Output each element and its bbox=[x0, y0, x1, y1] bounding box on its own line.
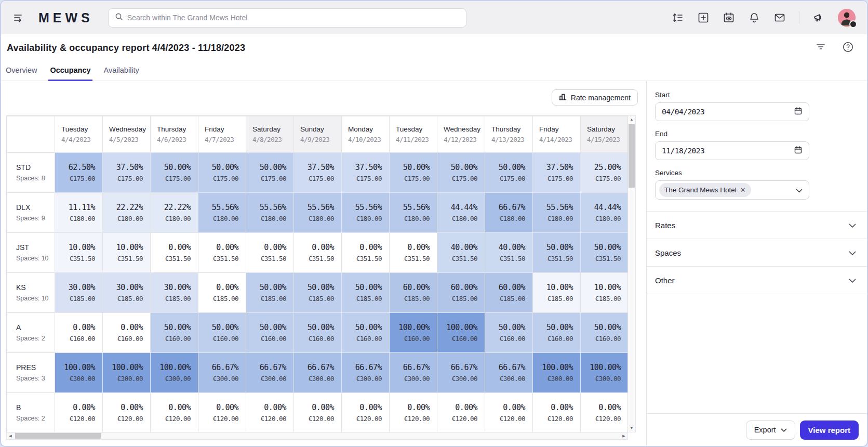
search-input[interactable] bbox=[127, 14, 460, 22]
occupancy-cell: 50.00%€160.00 bbox=[246, 313, 294, 353]
row-header-pres: PRESSpaces: 3 bbox=[7, 353, 55, 393]
occupancy-cell: 66.67%€300.00 bbox=[485, 353, 533, 393]
space-category-code: A bbox=[16, 323, 55, 332]
messages-envelope-icon[interactable] bbox=[773, 11, 786, 24]
rate-management-label: Rate management bbox=[571, 94, 631, 102]
occupancy-cell: 40.00%€351.50 bbox=[437, 233, 485, 273]
rate-price: €351.50 bbox=[246, 255, 286, 262]
filter-accordions: RatesSpacesOther bbox=[647, 211, 867, 294]
rate-management-button[interactable]: Rate management bbox=[552, 89, 638, 106]
global-search[interactable] bbox=[108, 8, 466, 28]
column-date: 4/14/2023 bbox=[539, 136, 580, 143]
horizontal-scroll-thumb[interactable] bbox=[15, 433, 101, 439]
rate-price: €120.00 bbox=[246, 415, 286, 423]
tab-occupancy[interactable]: Occupancy bbox=[49, 66, 91, 81]
view-report-button[interactable]: View report bbox=[800, 420, 859, 440]
horizontal-scrollbar[interactable]: ◀ ▶ bbox=[6, 432, 628, 440]
rate-price: €160.00 bbox=[294, 335, 334, 343]
rate-price: €160.00 bbox=[581, 335, 621, 343]
export-button[interactable]: Export bbox=[746, 420, 795, 440]
column-date: 4/4/2023 bbox=[61, 136, 102, 143]
occupancy-cell: 100.00%€300.00 bbox=[55, 353, 103, 393]
add-icon[interactable] bbox=[697, 11, 710, 24]
tab-overview[interactable]: Overview bbox=[5, 66, 37, 81]
rate-price: €185.00 bbox=[390, 295, 430, 303]
occupancy-cell: 10.00%€185.00 bbox=[533, 273, 581, 313]
start-date-field[interactable] bbox=[655, 102, 809, 121]
scroll-up-arrow[interactable]: ▲ bbox=[628, 116, 635, 123]
end-date-input[interactable] bbox=[662, 147, 794, 155]
vertical-scrollbar[interactable]: ▲ ▼ bbox=[628, 115, 636, 432]
rate-price: €120.00 bbox=[390, 415, 430, 423]
row-height-icon[interactable] bbox=[672, 11, 684, 24]
rate-price: €185.00 bbox=[294, 295, 334, 303]
occupancy-cell: 0.00%€120.00 bbox=[581, 393, 629, 433]
occupancy-cell: 100.00%€160.00 bbox=[390, 313, 437, 353]
occupancy-percent: 100.00% bbox=[55, 363, 95, 372]
scroll-left-arrow[interactable]: ◀ bbox=[7, 432, 14, 439]
rate-price: €180.00 bbox=[533, 215, 573, 222]
occupancy-percent: 55.56% bbox=[294, 203, 334, 212]
occupancy-percent: 0.00% bbox=[246, 403, 286, 412]
rate-price: €175.00 bbox=[390, 175, 430, 182]
scrollbar-corner bbox=[628, 432, 636, 440]
vertical-scroll-thumb[interactable] bbox=[629, 124, 635, 188]
service-chip: The Grand Mews Hotel ✕ bbox=[659, 183, 751, 197]
tab-availability[interactable]: Availability bbox=[103, 66, 140, 81]
occupancy-cell: 55.56%€180.00 bbox=[198, 193, 246, 233]
rate-price: €351.50 bbox=[103, 255, 143, 262]
rate-price: €351.50 bbox=[533, 255, 573, 262]
start-date-input[interactable] bbox=[662, 108, 794, 116]
rate-price: €180.00 bbox=[485, 215, 525, 222]
rate-price: €180.00 bbox=[437, 215, 477, 222]
column-header-4-12-2023: Wednesday4/12/2023 bbox=[437, 116, 485, 153]
rate-price: €185.00 bbox=[533, 295, 573, 303]
occupancy-cell: 0.00%€120.00 bbox=[485, 393, 533, 433]
end-date-field[interactable] bbox=[655, 141, 809, 160]
occupancy-cell: 37.50%€175.00 bbox=[342, 153, 390, 193]
calendar-icon[interactable] bbox=[794, 107, 803, 117]
occupancy-cell: 22.22%€180.00 bbox=[103, 193, 151, 233]
table-row-dlx: DLXSpaces: 911.11%€180.0022.22%€180.0022… bbox=[7, 193, 629, 233]
feedback-megaphone-icon[interactable] bbox=[812, 11, 825, 24]
occupancy-cell: 50.00%€351.50 bbox=[533, 233, 581, 273]
occupancy-percent: 0.00% bbox=[294, 403, 334, 412]
menu-toggle-icon[interactable] bbox=[11, 11, 25, 24]
help-icon[interactable] bbox=[843, 42, 853, 55]
occupancy-cell: 0.00%€185.00 bbox=[198, 273, 246, 313]
occupancy-percent: 0.00% bbox=[198, 243, 238, 252]
occupancy-cell: 0.00%€120.00 bbox=[294, 393, 342, 433]
column-day: Friday bbox=[205, 125, 246, 133]
accordion-spaces[interactable]: Spaces bbox=[647, 239, 867, 267]
occupancy-table: Tuesday4/4/2023Wednesday4/5/2023Thursday… bbox=[7, 116, 628, 432]
occupancy-percent: 0.00% bbox=[485, 403, 525, 412]
notifications-bell-icon[interactable] bbox=[748, 11, 760, 24]
space-category-code: PRES bbox=[16, 363, 55, 372]
space-category-code: KS bbox=[16, 283, 55, 292]
accordion-other[interactable]: Other bbox=[647, 267, 867, 294]
table-row-std: STDSpaces: 862.50%€175.0037.50%€175.0050… bbox=[7, 153, 629, 193]
rate-price: €175.00 bbox=[485, 175, 525, 182]
occupancy-percent: 0.00% bbox=[198, 403, 238, 412]
occupancy-cell: 66.67%€300.00 bbox=[342, 353, 390, 393]
search-icon bbox=[115, 12, 123, 23]
occupancy-cell: 50.00%€160.00 bbox=[151, 313, 198, 353]
accordion-rates[interactable]: Rates bbox=[647, 212, 867, 239]
occupancy-cell: 0.00%€120.00 bbox=[390, 393, 437, 433]
avatar[interactable] bbox=[838, 9, 856, 27]
calendar-eye-icon[interactable] bbox=[723, 11, 735, 24]
column-header-4-5-2023: Wednesday4/5/2023 bbox=[103, 116, 151, 153]
occupancy-percent: 0.00% bbox=[342, 243, 382, 252]
scroll-down-arrow[interactable]: ▼ bbox=[628, 425, 635, 432]
occupancy-cell: 55.56%€180.00 bbox=[342, 193, 390, 233]
occupancy-percent: 100.00% bbox=[533, 363, 573, 372]
services-select[interactable]: The Grand Mews Hotel ✕ bbox=[655, 180, 809, 200]
occupancy-cell: 0.00%€351.50 bbox=[151, 233, 198, 273]
calendar-icon[interactable] bbox=[794, 146, 803, 156]
chip-remove-icon[interactable]: ✕ bbox=[740, 186, 746, 194]
scroll-right-arrow[interactable]: ▶ bbox=[620, 432, 627, 439]
column-header-4-14-2023: Friday4/14/2023 bbox=[533, 116, 581, 153]
rate-price: €300.00 bbox=[294, 375, 334, 383]
filter-icon[interactable] bbox=[816, 42, 826, 54]
rate-price: €160.00 bbox=[103, 335, 143, 343]
